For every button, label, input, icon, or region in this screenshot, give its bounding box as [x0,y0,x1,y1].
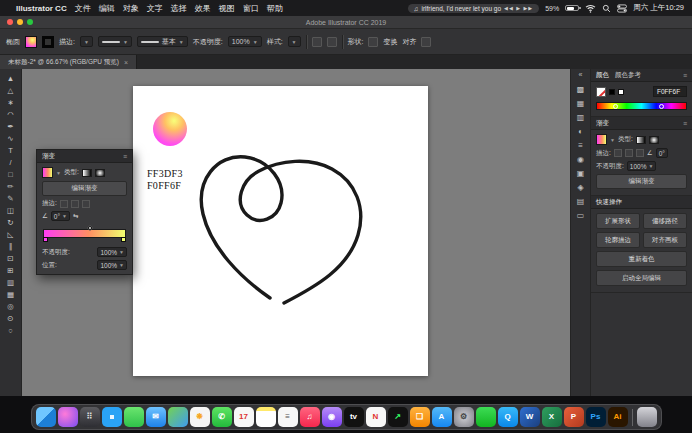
angle-field[interactable]: 0°▼ [51,211,70,221]
graphic-styles-panel-icon[interactable]: ▣ [574,168,588,179]
chevron-down-icon[interactable]: ▼ [610,137,615,143]
stroke-weight-field[interactable]: ▼ [80,36,93,47]
chevron-down-icon[interactable]: ▼ [56,170,61,176]
menu-app-name[interactable]: Illustrator CC [16,4,67,13]
shape-properties-icon[interactable] [368,37,378,47]
stroke-across-icon[interactable] [636,149,644,157]
eraser-tool[interactable]: ◫ [3,204,19,216]
curvature-tool[interactable]: ∿ [3,132,19,144]
pencil-tool[interactable]: ✎ [3,192,19,204]
selection-tool[interactable]: ▲ [3,72,19,84]
fill-color-swatch[interactable] [25,36,37,48]
dock-item-wechat[interactable] [476,407,496,427]
hex-value-field[interactable]: F0FF6F [653,86,687,97]
none-color-swatch[interactable] [596,87,606,97]
dock-item-photos[interactable]: ❋ [190,407,210,427]
gradient-location-field[interactable]: 100%▼ [97,260,127,270]
spectrum-marker[interactable] [659,104,664,109]
menu-item[interactable]: 编辑 [99,3,115,14]
magic-wand-tool[interactable]: ∗ [3,96,19,108]
symbols-panel-icon[interactable]: ◈ [574,182,588,193]
search-icon[interactable] [602,4,611,13]
gradient-opacity-field[interactable]: 100%▼ [97,247,127,257]
dock-item-powerpoint[interactable]: P [564,407,584,427]
rotate-tool[interactable]: ↻ [3,216,19,228]
opacity-field[interactable]: 100%▼ [228,36,262,47]
stroke-along-icon[interactable] [625,149,633,157]
type-tool[interactable]: T [3,144,19,156]
menu-item[interactable]: 选择 [171,3,187,14]
gradient-panel-tab[interactable]: 渐变 [42,152,55,161]
stroke-within-icon[interactable] [60,200,68,208]
close-tab-icon[interactable]: × [124,59,128,66]
expand-panels-icon[interactable]: « [579,71,583,81]
stroke-color-swatch[interactable] [42,36,54,48]
dock-item-notes[interactable] [256,407,276,427]
arrange-documents-icon[interactable] [421,37,431,47]
dock-item-podcasts[interactable]: ◉ [322,407,342,427]
quick-action-button[interactable]: 重新着色 [596,251,687,267]
dock-item-photoshop[interactable]: Ps [586,407,606,427]
now-playing-widget[interactable]: ♫ irlfriend, I'd never let you go ◀◀ ▶ ▶… [408,4,540,13]
gradient-stop-end[interactable] [121,237,126,242]
menu-item[interactable]: 对象 [123,3,139,14]
quick-action-button[interactable]: 对齐画板 [643,232,687,248]
brush-dropdown[interactable]: 基本▼ [137,36,188,47]
menu-item[interactable]: 视图 [219,3,235,14]
transparency-panel-icon[interactable]: ◐ [574,126,588,137]
radial-gradient-button[interactable] [649,136,659,144]
heart-path[interactable] [201,157,360,303]
stroke-panel-icon[interactable]: ≡ [574,140,588,151]
zoom-window-button[interactable] [27,19,33,25]
direct-selection-tool[interactable]: △ [3,84,19,96]
stroke-across-icon[interactable] [82,200,90,208]
control-center-icon[interactable] [617,4,627,13]
radial-gradient-button[interactable] [95,169,105,177]
gradient-tool[interactable]: ▥ [3,276,19,288]
dock-item-system-preferences[interactable]: ⚙ [454,407,474,427]
menu-item[interactable]: 帮助 [267,3,283,14]
isolate-object-icon[interactable] [312,37,322,47]
document-tab[interactable]: 未标题-2* @ 66.67% (RGB/GPU 预览) × [0,55,137,69]
dock-item-reminders[interactable]: ≡ [278,407,298,427]
color-panel-tab[interactable]: 颜色 [596,71,609,80]
battery-icon[interactable] [565,5,579,11]
heart-path-object[interactable] [133,86,428,376]
gradient-panel[interactable]: 渐变 ≡ ▼ 类型: 编辑渐变 描边: [36,149,133,275]
dock-item-qq[interactable]: Q [498,407,518,427]
gradient-thumbnail[interactable] [596,134,607,145]
linear-gradient-button[interactable] [82,169,92,177]
align-link[interactable]: 对齐 [402,37,416,47]
opacity-field[interactable]: 100%▼ [627,161,657,171]
color-guide-tab[interactable]: 颜色参考 [615,71,641,80]
dock-item-trash[interactable] [637,407,657,427]
edit-gradient-button[interactable]: 编辑渐变 [42,181,127,196]
menu-clock[interactable]: 周六 上午10:29 [633,3,684,13]
dock-item-app-store[interactable]: A [432,407,452,427]
quick-action-button[interactable]: 启动全局编辑 [596,270,687,286]
scale-tool[interactable]: ◺ [3,228,19,240]
transform-link[interactable]: 变换 [383,37,397,47]
color-panel-icon[interactable]: ▩ [574,84,588,95]
panel-menu-icon[interactable]: ≡ [683,72,687,79]
gradient-stop-start[interactable] [43,237,48,242]
linear-gradient-button[interactable] [636,136,646,144]
dock-item-siri[interactable] [58,407,78,427]
select-similar-icon[interactable] [327,37,337,47]
dock-item-music[interactable]: ♫ [300,407,320,427]
dock-item-mail[interactable]: ✉ [146,407,166,427]
dock-item-tv[interactable]: tv [344,407,364,427]
width-tool[interactable]: ∥ [3,240,19,252]
stroke-within-icon[interactable] [614,149,622,157]
layers-panel-icon[interactable]: ▤ [574,196,588,207]
blend-tool[interactable]: ⊙ [3,312,19,324]
dock-item-excel[interactable]: X [542,407,562,427]
swatches-panel-icon[interactable]: ▦ [574,98,588,109]
dock-item-messages[interactable] [124,407,144,427]
black-swatch[interactable] [609,89,615,95]
mesh-tool[interactable]: ▦ [3,288,19,300]
quick-action-button[interactable]: 扩展形状 [596,213,640,229]
dock-item-launchpad[interactable]: ⠿ [80,407,100,427]
menu-item[interactable]: 文件 [75,3,91,14]
color-spectrum-bar[interactable] [596,102,687,110]
